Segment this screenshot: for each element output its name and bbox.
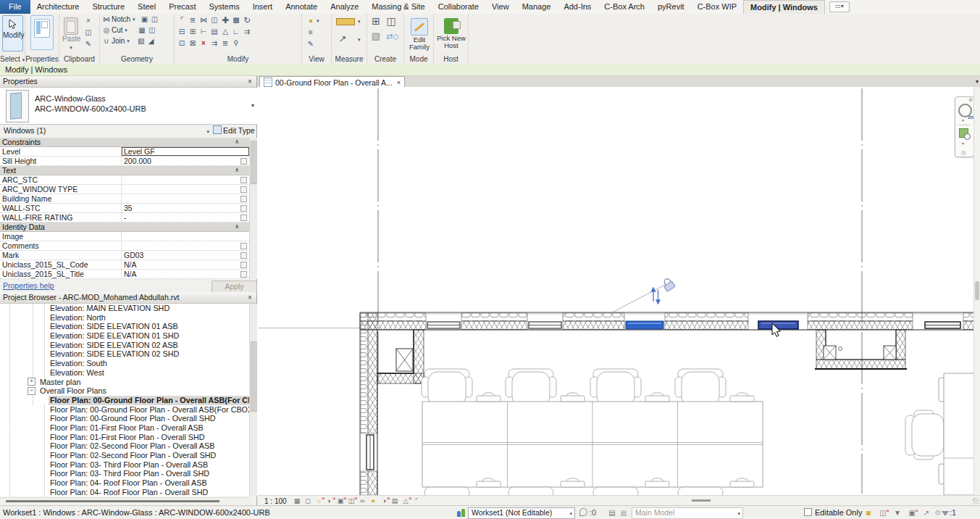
chair[interactable] (678, 487, 723, 495)
collapse-arrow-icon[interactable]: ▾ (976, 78, 979, 85)
chair[interactable] (675, 369, 726, 406)
thin-lines-icon[interactable]: ≡ (306, 28, 316, 38)
ribbon-tab-modify-windows[interactable]: Modify | Windows (743, 0, 825, 14)
pick-new-host-button[interactable]: Pick New Host (436, 14, 466, 52)
detail-level-icon[interactable]: ▦ (293, 497, 302, 505)
dimension-icon[interactable]: ↗ (338, 34, 348, 44)
ribbon-tab-steel[interactable]: Steel (131, 0, 162, 14)
type-selector[interactable]: ARC-Window-Glass ARC-WINDOW-600x2400-URB… (0, 88, 257, 125)
type-selector-drop-icon[interactable]: ▾ (251, 102, 254, 109)
crop-view-icon[interactable]: ▣ (336, 497, 345, 505)
select-toggle-icon[interactable]: ↗ (921, 508, 931, 518)
active-workset-select[interactable]: Workset1 (Not Editable)▾ (468, 507, 575, 519)
ribbon-display-toggle[interactable]: ▭▾ (829, 1, 850, 12)
apply-button[interactable]: Apply (212, 281, 257, 293)
reveal-hidden-icon[interactable]: ● (369, 497, 378, 505)
reveal-constraints-icon[interactable]: ⌜ (412, 497, 422, 505)
associate-parameter-box[interactable] (240, 252, 247, 259)
ribbon-tab-annotate[interactable]: Annotate (279, 0, 324, 14)
join-geometry-button[interactable]: ∪Join ▾▧◢ (100, 36, 174, 46)
ribbon-tab-analyze[interactable]: Analyze (324, 0, 365, 14)
view-tab[interactable]: 00-Ground Floor Plan - Overall A... × (259, 76, 405, 88)
paint-icon[interactable]: ▧ (136, 36, 146, 46)
ribbon-tab-insert[interactable]: Insert (246, 0, 280, 14)
import-symbol-icon[interactable]: ◫ (878, 508, 888, 518)
property-value[interactable]: GD03 (122, 251, 249, 260)
ribbon-tab-systems[interactable]: Systems (202, 0, 246, 14)
property-section-header[interactable]: Identity Data∧ (0, 223, 249, 232)
associate-parameter-box[interactable] (240, 262, 247, 268)
ribbon-tab-precast[interactable]: Precast (162, 0, 202, 14)
cube-icon[interactable]: ◫ (147, 25, 157, 36)
browser-item[interactable]: Elevation: SIDE ELEVATION 01 ASB (0, 322, 249, 331)
selected-window[interactable] (626, 321, 663, 329)
side-chair[interactable] (905, 410, 944, 460)
link-icon[interactable]: ▣ (907, 508, 917, 518)
wheel-drop-icon[interactable]: ▾ (962, 117, 964, 123)
browser-item[interactable]: Floor Plan: 02-Second Floor Plan - Overa… (0, 451, 249, 460)
browser-item[interactable]: Floor Plan: 00-Ground Floor Plan - Overa… (0, 414, 249, 423)
property-value[interactable] (122, 185, 249, 194)
property-value[interactable] (122, 241, 249, 250)
create-similar-icon[interactable]: ⇄◇ (386, 31, 396, 41)
trim-multiple-icon[interactable]: ⇉ (209, 38, 219, 49)
navbar-bottom-icon[interactable]: ◎ (961, 149, 966, 156)
furniture[interactable] (422, 369, 980, 495)
laptop[interactable] (561, 393, 585, 402)
ribbon-tab-view[interactable]: View (485, 0, 516, 14)
browser-item[interactable]: Floor Plan: 04- Roof Floor Plan - Overal… (0, 478, 249, 488)
project-browser-hscrollbar[interactable] (0, 497, 249, 505)
unpin-icon[interactable]: ⊠ (188, 38, 198, 49)
view-drop-icon[interactable]: ▾ (317, 18, 319, 24)
navigation-bar[interactable]: ⊗ ▾ ▾ ◎ (955, 96, 974, 157)
browser-item[interactable]: Elevation: SIDE ELEVATION 01 SHD (0, 331, 249, 341)
edit-family-button[interactable]: Edit Family (407, 14, 432, 52)
canvas-vscrollbar[interactable]: ▾ (973, 87, 980, 495)
temporary-hide-isolate-icon[interactable]: ∞ (358, 497, 367, 505)
property-section-header[interactable]: Constraints∧ (0, 138, 249, 147)
associate-parameter-box[interactable] (240, 215, 247, 221)
browser-item[interactable]: Elevation: SIDE ELEVATION 02 SHD (0, 349, 249, 359)
ribbon-tab-c-box-arch[interactable]: C-Box Arch (598, 0, 651, 14)
lightbulb-icon[interactable]: ● (306, 16, 316, 26)
highlighted-window[interactable] (758, 321, 798, 329)
properties-button[interactable] (30, 15, 54, 50)
mirror-axis-icon[interactable]: ⋈ (198, 15, 209, 25)
cut-icon[interactable]: × (83, 16, 93, 26)
temporary-view-properties-icon[interactable]: ▤ (390, 497, 400, 505)
scale-icon[interactable]: △ (220, 27, 230, 37)
ruler-icon[interactable] (336, 18, 355, 25)
browser-item[interactable]: Elevation: West (0, 368, 249, 378)
split-gap-icon[interactable]: ⊞ (188, 27, 198, 37)
beam-icon[interactable]: ▦ (137, 25, 147, 36)
align-icon[interactable]: ⌜ (177, 15, 187, 25)
property-section-header[interactable]: Text∧ (0, 166, 249, 175)
crop-region-visibility-icon[interactable]: ◫ (347, 497, 356, 505)
column[interactable] (824, 346, 896, 360)
properties-title-bar[interactable]: Properties× (0, 76, 256, 88)
match-type-icon[interactable]: ✎ (83, 39, 93, 49)
chair[interactable] (424, 487, 469, 495)
property-value[interactable] (122, 175, 249, 184)
close-icon[interactable]: × (246, 292, 254, 303)
edit-type-button[interactable]: Edit Type (212, 125, 256, 137)
wrench-icon[interactable]: ⚲ (231, 38, 241, 49)
left-wall[interactable] (360, 312, 377, 495)
property-value[interactable]: 35 (122, 204, 249, 212)
laptop[interactable] (645, 393, 669, 402)
laptop[interactable] (477, 393, 501, 402)
editable-only-checkbox[interactable]: Editable Only (804, 508, 862, 517)
browser-item[interactable]: Floor Plan: 01-First Floor Plan - Overal… (0, 423, 249, 433)
zoom-drop-icon[interactable]: ▾ (962, 141, 964, 146)
associate-parameter-box[interactable] (240, 243, 247, 249)
dimension-drop-icon[interactable]: ▾ (358, 37, 361, 43)
property-value[interactable]: Level GF (122, 147, 249, 156)
ribbon-tab-add-ins[interactable]: Add-Ins (557, 0, 598, 14)
property-value[interactable]: 200.000 (122, 157, 249, 165)
notch-button[interactable]: ⋈Notch ▾▣◫ (100, 14, 174, 25)
scale-button[interactable]: 1 : 100 (264, 497, 287, 505)
collapse-icon[interactable]: − (28, 387, 35, 395)
delete-icon[interactable]: × (198, 38, 209, 49)
worksharing-users-icon[interactable]: ◙ (863, 508, 874, 518)
associate-parameter-box[interactable] (240, 158, 247, 165)
